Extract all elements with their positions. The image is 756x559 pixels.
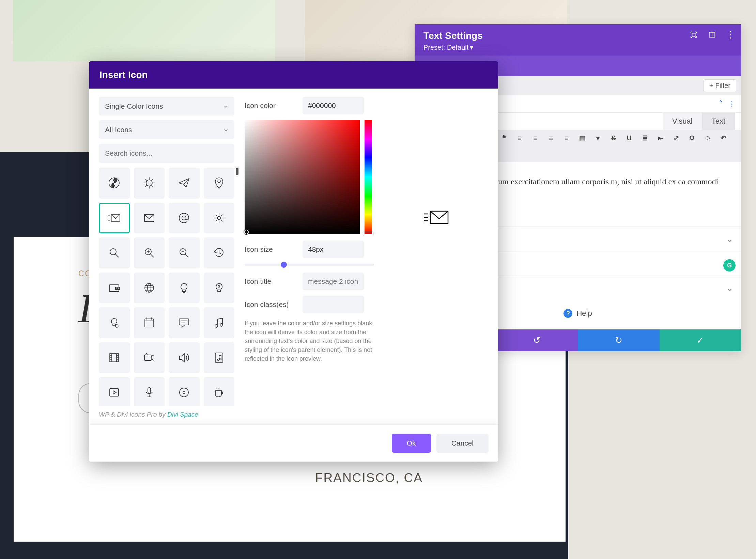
icon-option-play-box[interactable] [99,377,130,406]
underline-button[interactable]: U [624,133,634,143]
more-vertical-icon[interactable]: ⋮ [727,31,734,38]
icon-category-select[interactable]: All Icons [99,120,234,139]
strike-button[interactable]: S [609,133,618,143]
svg-point-6 [146,180,152,186]
icon-option-chat[interactable] [169,307,200,338]
saturation-panel[interactable] [245,120,360,234]
icon-classes-label: Icon class(es) [245,300,303,309]
saturation-thumb[interactable] [244,230,249,234]
chevron-up-icon[interactable]: ˄ [719,99,723,108]
icon-option-at-sign[interactable] [169,203,200,234]
svg-rect-51 [179,319,189,325]
icon-size-input[interactable] [303,240,364,258]
undo-button[interactable]: ↶ [719,133,728,143]
icon-option-film[interactable] [99,342,130,373]
fullscreen-button[interactable]: ⤢ [672,133,681,143]
icon-option-zoom-in[interactable] [134,237,165,268]
icon-option-bulb-gear[interactable] [99,307,130,338]
indent-button[interactable]: ≣ [640,133,650,143]
slider-thumb[interactable] [281,262,287,268]
save-button[interactable]: ✓ [660,329,741,351]
undo-footer-button[interactable]: ↺ [496,329,578,351]
svg-point-75 [183,391,185,393]
icon-option-bulb-eco[interactable] [204,273,235,304]
icon-option-globe[interactable] [134,273,165,304]
icon-option-camera[interactable] [134,342,165,373]
tab-visual[interactable]: Visual [663,113,702,130]
hue-thumb[interactable] [363,232,373,236]
scrollbar-thumb[interactable] [236,168,238,175]
icon-option-music-file[interactable] [204,342,235,373]
align-center-button[interactable]: ≡ [530,133,540,143]
icon-option-gear[interactable] [204,203,235,234]
redo-footer-button[interactable]: ↻ [578,329,660,351]
search-icons-input[interactable] [99,144,234,163]
grammarly-icon[interactable]: G [723,259,736,271]
icon-option-coffee[interactable] [204,377,235,406]
svg-line-25 [115,254,119,257]
hue-slider[interactable] [365,120,372,234]
svg-line-11 [145,179,147,181]
color-picker[interactable] [245,120,374,234]
icon-option-virus[interactable] [134,168,165,199]
icon-option-search[interactable] [99,237,130,268]
help-icon: ? [564,309,572,318]
credit-link[interactable]: Divi Space [167,411,198,418]
svg-point-43 [115,325,118,327]
cancel-button[interactable]: Cancel [436,434,489,453]
icon-option-history[interactable] [204,237,235,268]
icon-option-map-pin[interactable] [204,168,235,199]
icon-option-mail[interactable] [134,203,165,234]
bg-city-text: FRANCISCO, CA [315,471,423,485]
svg-rect-44 [145,319,154,327]
check-icon: ✓ [696,335,704,346]
svg-line-14 [145,185,147,187]
icon-option-mail-lines[interactable] [99,203,130,234]
icon-size-label: Icon size [245,245,303,253]
align-right-button[interactable]: ≡ [546,133,556,143]
svg-rect-41 [218,290,220,292]
align-justify-button[interactable]: ≡ [562,133,571,143]
icon-color-input[interactable] [303,97,364,114]
svg-point-68 [217,359,219,360]
tab-text[interactable]: Text [702,113,735,130]
icon-title-input[interactable] [303,273,364,290]
quote-button[interactable]: ❝ [499,133,509,143]
panel-title: Text Settings [423,30,732,41]
icon-color-label: Icon color [245,102,303,110]
ok-button[interactable]: Ok [392,434,431,453]
icon-option-bulb[interactable] [169,273,200,304]
expand-icon[interactable] [690,31,697,38]
columns-icon[interactable] [708,31,716,38]
icon-option-mic[interactable] [134,377,165,406]
icon-option-wallet[interactable] [99,273,130,304]
align-left-button[interactable]: ≡ [515,133,524,143]
table-button[interactable]: ▦ [577,133,587,143]
icon-style-select[interactable]: Single Color Icons [99,97,234,115]
svg-point-69 [219,358,221,360]
more-vertical-icon[interactable]: ⋮ [727,99,735,108]
omega-button[interactable]: Ω [687,133,697,143]
dropdown-caret-icon[interactable]: ▾ [593,133,603,143]
preset-dropdown[interactable]: Preset: Default ▾ [423,43,732,51]
icon-classes-input[interactable] [303,296,364,313]
icon-option-paper-plane[interactable] [169,168,200,199]
undo-icon: ↺ [533,335,541,346]
filter-button[interactable]: + Filter [704,79,736,92]
svg-point-5 [113,185,115,186]
svg-line-31 [185,254,188,257]
emoji-button[interactable]: ☺ [703,133,712,143]
icon-option-disc[interactable] [169,377,200,406]
svg-rect-0 [692,33,695,36]
outdent-button[interactable]: ⇤ [656,133,665,143]
icon-option-zoom-out[interactable] [169,237,200,268]
icon-option-calendar[interactable] [134,307,165,338]
icon-option-speaker[interactable] [169,342,200,373]
icon-option-yin-yang[interactable] [99,168,130,199]
modal-credit: WP & Divi Icons Pro by Divi Space [89,409,498,424]
help-label: Help [576,309,592,318]
size-slider[interactable] [245,264,374,266]
svg-rect-70 [110,389,119,396]
icon-option-music-note[interactable] [204,307,235,338]
svg-line-12 [152,185,153,187]
